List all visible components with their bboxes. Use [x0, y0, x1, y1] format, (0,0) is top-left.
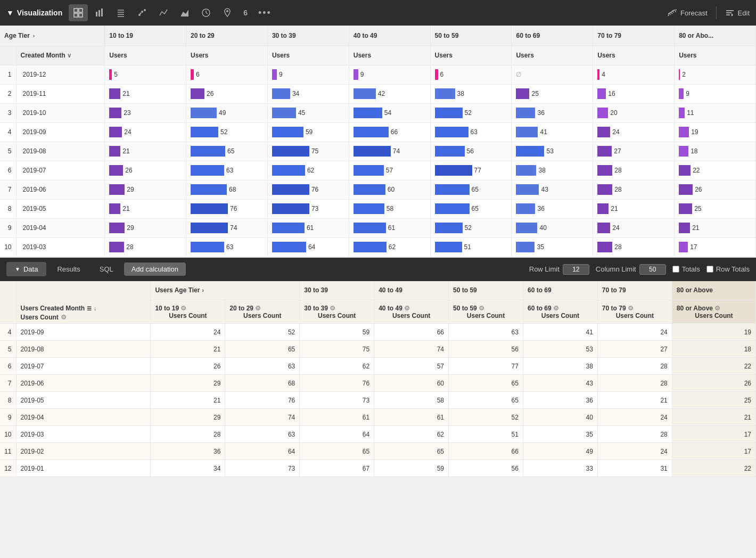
forecast-button[interactable]: Forecast: [668, 9, 708, 17]
sort-down-icon[interactable]: ↓: [94, 306, 96, 311]
table-view-button[interactable]: [69, 4, 88, 21]
users-80-header: Users: [675, 46, 756, 65]
results-val-cell-5: 38: [523, 358, 597, 375]
tab-sql[interactable]: SQL: [91, 262, 122, 276]
col-limit-label: Column Limit: [596, 265, 636, 273]
date-cell: 2019-03: [16, 237, 105, 257]
data-cell-7: 11: [675, 103, 756, 122]
results-val-cell-0: 21: [151, 392, 225, 409]
sub-10-19: 10 to 19 ⚙ Users Count: [151, 300, 225, 324]
toolbar-title-text: Visualization: [17, 9, 62, 17]
data-cell-1: 65: [186, 142, 268, 161]
clock-button[interactable]: [196, 4, 216, 21]
data-cell-2: 9: [267, 65, 349, 84]
svg-rect-1: [79, 9, 83, 12]
col-20-gear[interactable]: ⚙: [255, 305, 261, 312]
col-10-gear[interactable]: ⚙: [180, 305, 186, 312]
data-cell-5: 40: [512, 218, 593, 237]
data-cell-4: 56: [430, 142, 512, 161]
results-val-cell-6: 27: [597, 341, 672, 358]
results-val-cell-0: 34: [151, 460, 225, 477]
row-num-cell: 8: [0, 199, 16, 218]
viz-row: 42019-09 24 52 59: [0, 122, 756, 142]
users-10-header: Users: [105, 46, 186, 65]
data-cell-2: 62: [267, 161, 349, 180]
data-cell-5: 36: [512, 103, 593, 122]
data-cell-6: 24: [593, 218, 675, 237]
viz-row: 102019-03 28 63 64: [0, 237, 756, 257]
users-40-header: Users: [349, 46, 430, 65]
results-val-cell-1: 63: [225, 358, 300, 375]
row-totals-checkbox-input[interactable]: [706, 266, 713, 273]
results-val-cell-6: 28: [597, 426, 672, 443]
sub-70-79: 70 to 79 ⚙ Users Count: [597, 300, 672, 324]
svg-rect-0: [74, 9, 78, 12]
col-40-49: 40 to 49: [349, 26, 430, 46]
col-limit-input[interactable]: [639, 264, 666, 275]
list-button[interactable]: [111, 4, 130, 21]
results-val-cell-1: 73: [225, 460, 300, 477]
tab-data[interactable]: ▼ Data: [6, 262, 46, 276]
results-val-cell-3: 62: [374, 426, 449, 443]
col-60-gear[interactable]: ⚙: [553, 305, 559, 312]
data-cell-3: 57: [349, 161, 430, 180]
col-30-gear[interactable]: ⚙: [330, 305, 335, 312]
col-50-gear[interactable]: ⚙: [479, 305, 484, 312]
bar-chart-button[interactable]: [90, 4, 109, 21]
data-cell-7: 22: [675, 161, 756, 180]
edit-button[interactable]: Edit: [725, 9, 750, 17]
col-70-gear[interactable]: ⚙: [628, 305, 634, 312]
line-button[interactable]: [154, 4, 173, 21]
created-month-header[interactable]: Created Month ∨: [16, 46, 105, 65]
tab-results[interactable]: Results: [48, 262, 88, 276]
sub-50-59: 50 to 59 ⚙ Users Count: [449, 300, 523, 324]
viz-header-sub: Created Month ∨ Users Users Users Users …: [0, 46, 756, 65]
results-date-cell: 2019-06: [16, 375, 151, 392]
area-button[interactable]: [175, 4, 194, 21]
toolbar-arrow[interactable]: ▼: [6, 9, 14, 17]
results-val-cell-4: 56: [449, 341, 523, 358]
totals-checkbox-input[interactable]: [672, 266, 679, 273]
age-tier-header: Age Tier ›: [0, 26, 105, 46]
row-totals-checkbox[interactable]: Row Totals: [706, 265, 750, 273]
results-val-cell-1: 74: [225, 409, 300, 426]
col-40-gear[interactable]: ⚙: [404, 305, 410, 312]
data-cell-0: 5: [105, 65, 186, 84]
date-cell: 2019-12: [16, 65, 105, 84]
results-area: Users Created Month ☰ ↓ Users Count ⚙ Us…: [0, 281, 756, 478]
data-panel-right: Row Limit Column Limit Totals Row Totals: [529, 264, 750, 275]
results-val-cell-5: 43: [523, 375, 597, 392]
data-cell-6: 20: [593, 103, 675, 122]
results-val-cell-2: 59: [300, 324, 374, 341]
results-val-cell-3: 66: [374, 324, 449, 341]
tab-data-arrow: ▼: [15, 266, 20, 272]
pivot-expand-icon[interactable]: ›: [202, 288, 203, 293]
data-cell-7: 9: [675, 84, 756, 103]
data-cell-3: 74: [349, 142, 430, 161]
col-70-79-top: 70 to 79: [597, 281, 672, 300]
results-row-num: 6: [0, 358, 16, 375]
add-calculation-button[interactable]: Add calculation: [124, 262, 186, 276]
filter-icon[interactable]: ☰: [87, 306, 92, 311]
age-tier-expand-icon[interactable]: ›: [33, 32, 35, 39]
row-header-gear-icon[interactable]: ⚙: [61, 314, 67, 321]
scatter-button[interactable]: [133, 4, 152, 21]
results-val-cell-2: 65: [300, 443, 374, 460]
results-val-cell-1: 63: [225, 426, 300, 443]
col-80-gear[interactable]: ⚙: [714, 305, 720, 312]
row-num-cell: 5: [0, 142, 16, 161]
results-val-cell-4: 66: [449, 443, 523, 460]
data-cell-7: 17: [675, 237, 756, 257]
results-val-cell-4: 65: [449, 392, 523, 409]
data-cell-3: 62: [349, 237, 430, 257]
map-button[interactable]: [218, 4, 237, 21]
results-val-cell-7: 17: [672, 426, 755, 443]
more-button[interactable]: •••: [254, 4, 276, 22]
sub-30-39: 30 to 39 ⚙ Users Count: [300, 300, 374, 324]
number-button[interactable]: 6: [239, 5, 252, 20]
results-val-cell-7: 25: [672, 392, 755, 409]
data-cell-2: 34: [267, 84, 349, 103]
row-limit-input[interactable]: [563, 264, 589, 275]
users-50-header: Users: [430, 46, 512, 65]
totals-checkbox[interactable]: Totals: [672, 265, 700, 273]
